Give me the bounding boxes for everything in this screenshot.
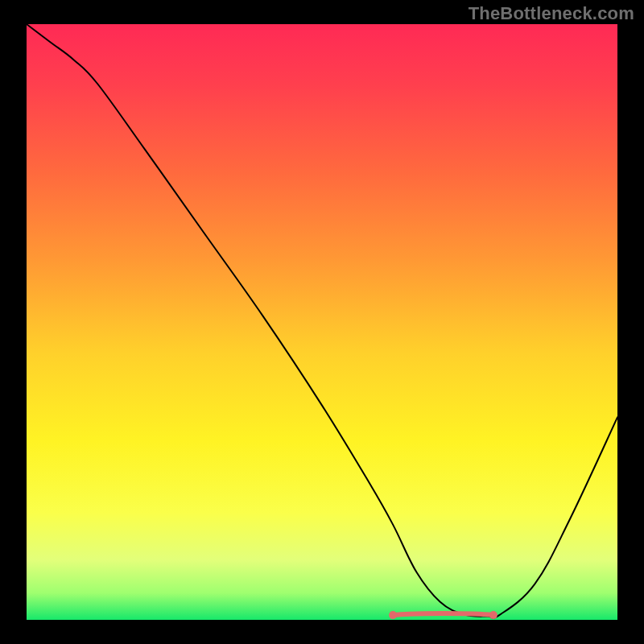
svg-point-0: [389, 611, 397, 619]
svg-point-1: [489, 611, 497, 619]
bottleneck-curve-plot: [0, 0, 644, 644]
watermark-text: TheBottleneck.com: [469, 3, 634, 24]
chart-stage: TheBottleneck.com: [0, 0, 644, 644]
gradient-background: [27, 24, 617, 620]
